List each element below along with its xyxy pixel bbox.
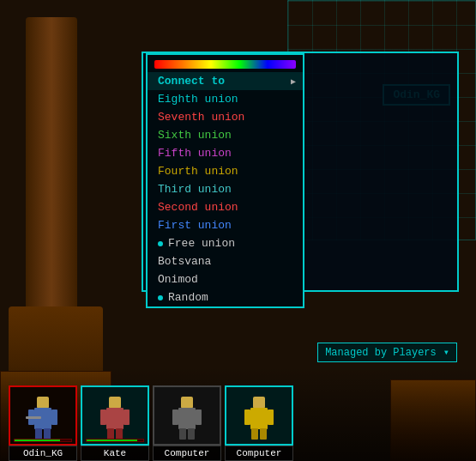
svg-rect-14 — [178, 408, 196, 429]
player-slot-4: Computer — [225, 385, 293, 461]
player-name-4: Computer — [225, 446, 293, 461]
menu-item-third-union[interactable]: Third union — [148, 180, 303, 198]
menu-item-first-union[interactable]: First union — [148, 216, 303, 234]
svg-rect-9 — [100, 409, 106, 425]
svg-rect-19 — [253, 397, 265, 409]
warrior-icon-2 — [93, 392, 136, 440]
submenu-arrow: ▶ — [291, 76, 296, 87]
warrior-icon-4 — [238, 392, 280, 440]
player-name-1: Odin_KG — [9, 446, 77, 461]
svg-rect-23 — [251, 428, 258, 440]
svg-rect-7 — [109, 397, 121, 409]
player-slot-2: Kate — [81, 385, 149, 461]
managed-dropdown[interactable]: Managed by Players ▾ — [317, 343, 457, 362]
sixth-union-label: Sixth union — [158, 129, 232, 142]
player-portrait-4[interactable] — [225, 385, 293, 446]
free-union-label: Free union — [168, 237, 235, 250]
menu-item-fifth-union[interactable]: Fifth union — [148, 144, 303, 162]
connect-to-header[interactable]: Connect to ▶ — [148, 72, 303, 90]
managed-label: Managed by Players — [325, 347, 437, 359]
svg-rect-12 — [116, 428, 123, 440]
svg-rect-0 — [37, 397, 49, 409]
player-portrait-2[interactable] — [81, 385, 149, 446]
player-slot-1: Odin_KG — [9, 385, 77, 461]
svg-rect-3 — [51, 409, 57, 425]
svg-rect-5 — [44, 428, 51, 440]
warrior-icon-3 — [166, 392, 208, 440]
menu-item-second-union[interactable]: Second union — [148, 198, 303, 216]
second-union-label: Second union — [158, 201, 238, 214]
menu-item-fourth-union[interactable]: Fourth union — [148, 162, 303, 180]
svg-rect-24 — [260, 428, 267, 440]
menu-item-seventh-union[interactable]: Seventh union — [148, 108, 303, 126]
menu-item-sixth-union[interactable]: Sixth union — [148, 126, 303, 144]
svg-rect-17 — [179, 428, 186, 440]
menu-item-free-union[interactable]: Free union — [148, 234, 303, 252]
managed-dropdown-arrow: ▾ — [443, 346, 449, 359]
seventh-union-label: Seventh union — [158, 111, 244, 124]
svg-rect-10 — [124, 409, 130, 425]
svg-rect-11 — [107, 428, 114, 440]
players-bar: Odin_KG Kate — [0, 367, 476, 461]
svg-rect-4 — [35, 428, 42, 440]
menu-item-onimod[interactable]: Onimod — [148, 270, 303, 288]
fourth-union-label: Fourth union — [158, 165, 238, 178]
svg-rect-18 — [188, 428, 195, 440]
fifth-union-label: Fifth union — [158, 147, 232, 160]
player-name-2: Kate — [81, 446, 149, 461]
eighth-union-label: Eighth union — [158, 93, 238, 106]
random-dot — [158, 295, 163, 300]
random-label: Random — [168, 291, 208, 304]
wood-base — [9, 306, 103, 375]
onimod-label: Onimod — [158, 273, 198, 286]
player-portrait-3[interactable] — [153, 385, 221, 446]
svg-rect-20 — [250, 408, 268, 429]
rainbow-bar — [154, 60, 296, 69]
botsvana-label: Botsvana — [158, 255, 211, 268]
wood-column — [26, 17, 77, 343]
menu-item-botsvana[interactable]: Botsvana — [148, 252, 303, 270]
player-portrait-1[interactable] — [9, 385, 77, 446]
connect-menu: Connect to ▶ Eighth union Seventh union … — [146, 53, 304, 308]
svg-rect-13 — [181, 397, 193, 409]
free-union-dot — [158, 241, 163, 246]
first-union-label: First union — [158, 219, 232, 232]
third-union-label: Third union — [158, 183, 232, 196]
player-slot-3: Computer — [153, 385, 221, 461]
svg-rect-16 — [196, 409, 202, 425]
svg-rect-15 — [172, 409, 178, 425]
svg-rect-8 — [106, 408, 124, 429]
svg-rect-22 — [268, 409, 274, 425]
connect-to-label: Connect to — [158, 75, 225, 88]
warrior-icon-1 — [21, 392, 64, 440]
svg-rect-21 — [244, 409, 250, 425]
menu-item-random[interactable]: Random — [148, 288, 303, 306]
menu-item-eighth-union[interactable]: Eighth union — [148, 90, 303, 108]
svg-rect-6 — [26, 416, 41, 419]
player-name-3: Computer — [153, 446, 221, 461]
